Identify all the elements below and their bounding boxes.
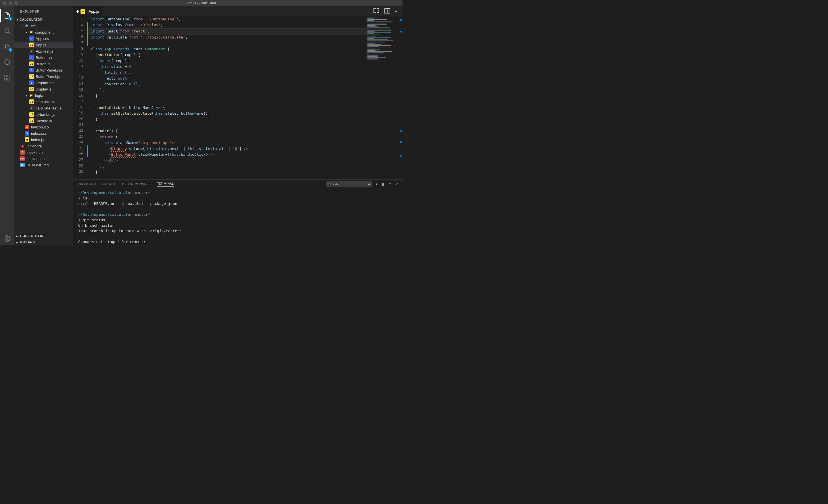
compare-changes-icon[interactable]	[373, 7, 380, 15]
settings-gear-icon[interactable]	[0, 232, 14, 245]
extensions-icon[interactable]	[0, 71, 14, 85]
minimize-window-icon[interactable]	[9, 1, 12, 5]
tab-terminal[interactable]: TERMINAL	[157, 182, 174, 187]
project-root[interactable]: ▾ CALCULATOR	[14, 16, 73, 23]
panel-tabs: PROBLEMS OUTPUT DEBUG CONSOLE TERMINAL 1…	[73, 180, 403, 189]
activity-bar: 1 1	[0, 6, 14, 245]
file-calculate-test-js[interactable]: ▲calculate.test.js	[14, 105, 73, 111]
file-isNumber-js[interactable]: JSisNumber.js	[14, 111, 73, 118]
new-terminal-icon[interactable]: +	[376, 182, 377, 186]
svg-rect-5	[5, 75, 7, 77]
fav-icon: ★	[25, 125, 29, 129]
file-logic[interactable]: ▾📁logic	[14, 92, 73, 99]
chevron-down-icon: ▾	[15, 18, 19, 21]
js-icon: JS	[29, 74, 34, 79]
debug-icon[interactable]	[0, 55, 14, 69]
js-icon: JS	[29, 43, 34, 47]
code-content[interactable]: import ButtonPanel from './ButtonPanel';…	[88, 16, 367, 179]
explorer-icon[interactable]: 1	[0, 9, 14, 22]
svg-rect-7	[5, 78, 7, 80]
terminal-selector[interactable]: 1: zsh	[326, 181, 372, 187]
editor-actions: ⋯	[373, 6, 403, 16]
more-actions-icon[interactable]: ⋯	[395, 9, 399, 13]
file-index-html[interactable]: 5index.html	[14, 149, 73, 155]
kill-terminal-icon[interactable]: 🗑	[381, 182, 385, 186]
minimap[interactable]	[367, 16, 399, 179]
editor[interactable]: ▶ 34567891011121314151617181920212223242…	[73, 16, 403, 179]
file-App-test-js[interactable]: ▲App.test.js	[14, 48, 73, 54]
svg-point-3	[8, 46, 9, 47]
tab-problems[interactable]: PROBLEMS	[78, 182, 96, 186]
svg-point-9	[6, 238, 8, 239]
editor-group: JS App.js ⋯ ▶ 34567891011121314151617181…	[73, 6, 403, 245]
window-title: App.js — calculator	[186, 1, 216, 5]
chevron-down-icon: ▾	[20, 25, 24, 28]
file-package-json[interactable]: npmpackage.json	[14, 155, 73, 162]
file-favicon-ico[interactable]: ★favicon.ico	[14, 124, 73, 130]
js-icon: JS	[29, 119, 34, 123]
file-App-js[interactable]: JSApp.js	[14, 42, 73, 48]
source-control-icon[interactable]: 1	[0, 40, 14, 53]
line-numbers: ▶ 34567891011121314151617181920212223242…	[73, 16, 88, 179]
file-src[interactable]: ▾⚛src	[14, 23, 73, 29]
file-calculate-js[interactable]: JScalculate.js	[14, 99, 73, 105]
js-icon: JS	[25, 137, 29, 142]
chevron-right-icon: ▸	[15, 234, 19, 238]
file-Display-js[interactable]: JSDisplay.js	[14, 86, 73, 92]
window-controls	[0, 1, 18, 5]
file-component[interactable]: ▾📁component	[14, 29, 73, 35]
section-code-outline[interactable]: ▸ CODE OUTLINE	[14, 233, 73, 239]
overview-ruler[interactable]	[399, 16, 403, 179]
file-ButtonPanel-css[interactable]: 3ButtonPanel.css	[14, 67, 73, 73]
test-icon: ▲	[29, 49, 34, 53]
js-icon: JS	[29, 99, 34, 104]
close-window-icon[interactable]	[3, 1, 6, 5]
sidebar: EXPLORER ▾ CALCULATOR ▾⚛src▾📁component3A…	[14, 6, 73, 245]
panel-close-icon[interactable]: ✕	[395, 182, 398, 186]
modified-dot-icon	[77, 10, 79, 13]
search-icon[interactable]	[0, 24, 14, 38]
file-ButtonPanel-js[interactable]: JSButtonPanel.js	[14, 73, 73, 80]
scm-badge: 1	[8, 48, 12, 52]
terminal[interactable]: ~/Development/calculator master*❯ lssrc/…	[73, 189, 403, 245]
chevron-down-icon: ▾	[25, 31, 28, 34]
tab-output[interactable]: OUTPUT	[102, 182, 116, 186]
npm-icon: npm	[20, 156, 25, 161]
css-icon: 3	[29, 55, 34, 60]
chevron-right-icon: ▸	[15, 241, 19, 244]
file-operate-js[interactable]: JSoperate.js	[14, 118, 73, 124]
svg-rect-10	[374, 9, 376, 13]
css-icon: 3	[29, 81, 34, 85]
svg-rect-8	[8, 78, 10, 80]
md-icon: M↓	[20, 163, 25, 167]
svg-rect-6	[8, 75, 10, 77]
zoom-window-icon[interactable]	[14, 1, 18, 5]
tab-debug-console[interactable]: DEBUG CONSOLE	[122, 182, 151, 186]
explorer-badge: 1	[8, 17, 12, 21]
folder-icon: 📁	[29, 30, 33, 35]
js-icon: JS	[29, 112, 34, 117]
folder-react-icon: ⚛	[24, 24, 29, 28]
chevron-down-icon: ▾	[25, 94, 28, 97]
panel-maximize-icon[interactable]: ⌃	[389, 182, 391, 186]
file-index-js[interactable]: JSindex.js	[14, 136, 73, 143]
file-tree: ▾ CALCULATOR ▾⚛src▾📁component3App.cssJSA…	[14, 16, 73, 233]
tab-bar: JS App.js ⋯	[73, 6, 403, 16]
split-editor-icon[interactable]	[384, 7, 391, 15]
file-Button-css[interactable]: 3Button.css	[14, 54, 73, 61]
css-icon: 3	[29, 36, 34, 41]
svg-point-2	[5, 48, 6, 49]
file-index-css[interactable]: 3index.css	[14, 130, 73, 136]
html-icon: 5	[20, 150, 25, 154]
tab-app-js[interactable]: JS App.js	[73, 6, 102, 16]
file--gitignore[interactable]: ◆.gitignore	[14, 143, 73, 149]
sidebar-header: EXPLORER	[14, 6, 73, 16]
folder-icon: 📁	[29, 93, 33, 98]
file-Display-css[interactable]: 3Display.css	[14, 80, 73, 86]
file-README-md[interactable]: M↓README.md	[14, 162, 73, 168]
test-icon: ▲	[29, 106, 34, 110]
file-App-css[interactable]: 3App.css	[14, 35, 73, 42]
js-icon: JS	[29, 87, 34, 91]
file-Button-js[interactable]: JSButton.js	[14, 61, 73, 67]
section-gitlens[interactable]: ▸ GITLENS	[14, 239, 73, 245]
